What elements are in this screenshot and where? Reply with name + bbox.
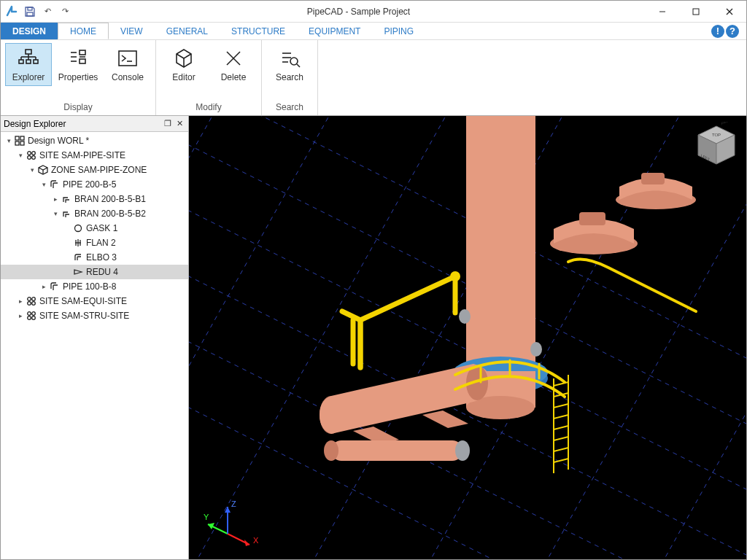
- tab-view[interactable]: VIEW: [109, 23, 155, 39]
- tree-node-label: SITE SAM-STRU-SITE: [39, 311, 129, 321]
- svg-text:X: X: [253, 536, 259, 545]
- chevron-right-icon[interactable]: ▸: [15, 312, 26, 319]
- chevron-down-icon[interactable]: ▾: [39, 181, 49, 188]
- svg-text:Z: Z: [231, 499, 236, 508]
- svg-rect-73: [466, 116, 535, 378]
- window-title: PipeCAD - Sample Project: [71, 7, 646, 17]
- search-button[interactable]: Search: [266, 43, 313, 86]
- tree-node-label: PIPE 100-B-8: [63, 281, 116, 292]
- panel-float-icon[interactable]: ❐: [162, 118, 174, 130]
- tree-node[interactable]: ▸BRAN 200-B-5-B1: [1, 192, 188, 206]
- properties-icon: [66, 47, 90, 70]
- tree-node[interactable]: ▾BRAN 200-B-5-B2: [1, 206, 188, 221]
- svg-marker-106: [208, 523, 214, 529]
- svg-marker-103: [244, 540, 249, 546]
- tab-home[interactable]: HOME: [58, 23, 109, 39]
- help-question-icon[interactable]: ?: [726, 25, 739, 38]
- svg-point-36: [28, 152, 31, 155]
- svg-point-42: [75, 225, 82, 232]
- app-logo: [4, 4, 19, 19]
- explorer-icon: [17, 47, 40, 70]
- tree-node[interactable]: ▸FLAN 2: [1, 236, 188, 250]
- tree-node[interactable]: ▾SITE SAM-PIPE-SITE: [1, 148, 188, 163]
- redu-icon: [72, 266, 84, 278]
- redo-icon[interactable]: ↷: [58, 5, 71, 18]
- tree-node-label: SITE SAM-PIPE-SITE: [39, 150, 125, 160]
- view-cube[interactable]: TOP LEFT FRONT: [692, 122, 740, 170]
- ribbon-group-label: Search: [262, 102, 317, 115]
- tree-node-label: ZONE SAM-PIPE-ZONE: [51, 165, 147, 175]
- console-button[interactable]: Console: [104, 43, 151, 86]
- undo-icon[interactable]: ↶: [41, 5, 54, 18]
- chevron-right-icon[interactable]: ▸: [50, 195, 61, 203]
- tree-node[interactable]: ▸ELBO 3: [1, 250, 188, 265]
- equipment-pump-2: [616, 173, 696, 209]
- svg-point-39: [32, 156, 36, 160]
- tree-node[interactable]: ▾PIPE 200-B-5: [1, 177, 188, 192]
- chevron-down-icon[interactable]: ▾: [50, 210, 61, 217]
- axis-gizmo: X Y Z: [202, 494, 260, 552]
- svg-line-95: [554, 426, 568, 429]
- tree-node-label: BRAN 200-B-5-B1: [74, 194, 146, 204]
- gask-icon: [72, 222, 84, 234]
- tree-node[interactable]: ▾Design WORL *: [1, 133, 188, 148]
- editor-button[interactable]: Editor: [160, 43, 207, 86]
- tab-equipment[interactable]: EQUIPMENT: [297, 23, 372, 39]
- properties-button[interactable]: Properties: [55, 43, 101, 86]
- tab-design[interactable]: DESIGN: [1, 23, 58, 39]
- ribbon-group-label: Display: [1, 102, 155, 115]
- svg-point-53: [32, 312, 36, 316]
- delete-button[interactable]: Delete: [210, 43, 257, 86]
- chevron-right-icon[interactable]: ▸: [39, 283, 49, 290]
- tree-node[interactable]: ▸GASK 1: [1, 221, 188, 236]
- tree-node[interactable]: ▸SITE SAM-STRU-SITE: [1, 308, 188, 323]
- tree-node-label: ELBO 3: [86, 252, 117, 262]
- svg-point-30: [290, 58, 298, 65]
- svg-rect-35: [20, 141, 24, 145]
- tree-node[interactable]: ▸REDU 4: [1, 265, 188, 279]
- tab-piping[interactable]: PIPING: [372, 23, 425, 39]
- minimize-button[interactable]: [646, 1, 679, 23]
- chevron-down-icon[interactable]: ▾: [15, 152, 26, 159]
- svg-rect-14: [34, 60, 38, 63]
- svg-rect-3: [693, 9, 699, 15]
- ribbon-body: ExplorerPropertiesConsoleDisplayEditorDe…: [1, 40, 746, 116]
- viewport-3d[interactable]: TOP LEFT FRONT X Y Z: [189, 116, 746, 559]
- tree-node[interactable]: ▸SITE SAM-EQUI-SITE: [1, 294, 188, 308]
- tab-general[interactable]: GENERAL: [155, 23, 220, 39]
- tree-node-label: Design WORL *: [28, 136, 89, 146]
- chevron-down-icon[interactable]: ▾: [4, 137, 14, 144]
- maximize-button[interactable]: [679, 1, 713, 23]
- ribbon-tab-strip: DESIGN HOMEVIEWGENERALSTRUCTUREEQUIPMENT…: [1, 23, 746, 40]
- tab-structure[interactable]: STRUCTURE: [220, 23, 297, 39]
- explorer-button[interactable]: Explorer: [5, 43, 52, 86]
- save-icon[interactable]: [23, 5, 36, 18]
- close-button[interactable]: [713, 1, 746, 23]
- svg-point-49: [32, 298, 36, 301]
- svg-line-91: [554, 382, 568, 386]
- svg-point-83: [324, 440, 338, 461]
- tree-node-label: GASK 1: [86, 223, 117, 233]
- chevron-down-icon[interactable]: ▾: [27, 166, 37, 174]
- tree-node-label: PIPE 200-B-5: [63, 179, 116, 190]
- elbo-icon: [72, 252, 84, 263]
- zone-icon: [37, 164, 49, 176]
- panel-close-icon[interactable]: ✕: [174, 118, 185, 130]
- tree-node[interactable]: ▸PIPE 100-B-8: [1, 279, 188, 294]
- svg-line-31: [297, 64, 300, 67]
- svg-rect-21: [119, 51, 136, 66]
- svg-point-54: [28, 316, 31, 320]
- pipe-icon: [49, 179, 61, 190]
- svg-point-51: [32, 302, 36, 306]
- chevron-right-icon[interactable]: ▸: [15, 298, 26, 305]
- help-alert-icon[interactable]: !: [711, 25, 724, 38]
- console-icon: [116, 47, 139, 70]
- tree-node-label: BRAN 200-B-5-B2: [74, 209, 146, 219]
- tree-node[interactable]: ▾ZONE SAM-PIPE-ZONE: [1, 163, 188, 177]
- delete-icon: [222, 47, 245, 70]
- flan-icon: [72, 237, 84, 249]
- svg-point-79: [459, 309, 471, 324]
- editor-icon: [172, 47, 196, 70]
- svg-line-63: [189, 116, 349, 559]
- design-tree[interactable]: ▾Design WORL *▾SITE SAM-PIPE-SITE▾ZONE S…: [1, 132, 188, 559]
